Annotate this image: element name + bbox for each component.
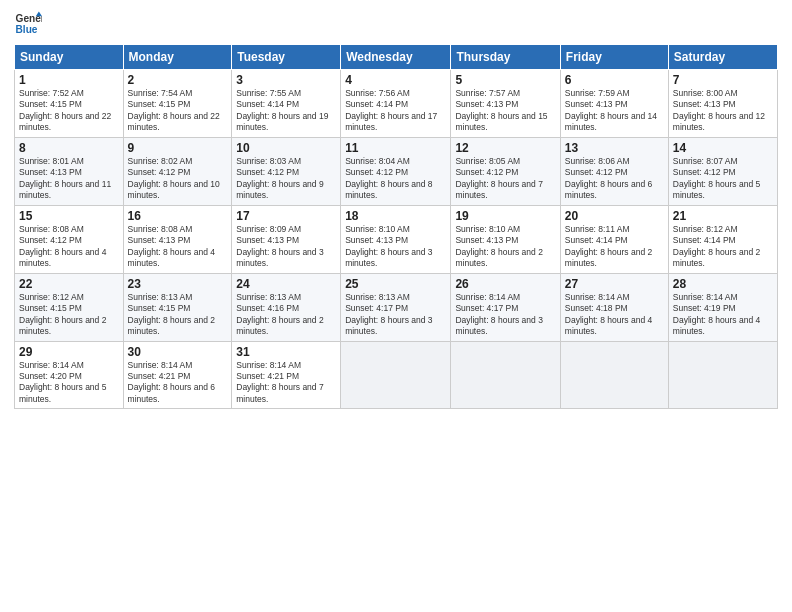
table-row (560, 341, 668, 409)
logo-icon: General Blue (14, 10, 42, 38)
day-number: 5 (455, 73, 555, 87)
calendar-table: Sunday Monday Tuesday Wednesday Thursday… (14, 44, 778, 409)
table-row: 15 Sunrise: 8:08 AM Sunset: 4:12 PM Dayl… (15, 205, 124, 273)
cell-info: Sunrise: 7:56 AM Sunset: 4:14 PM Dayligh… (345, 88, 446, 134)
day-number: 10 (236, 141, 336, 155)
cell-info: Sunrise: 8:08 AM Sunset: 4:12 PM Dayligh… (19, 224, 119, 270)
table-row: 2 Sunrise: 7:54 AM Sunset: 4:15 PM Dayli… (123, 70, 232, 138)
table-row: 12 Sunrise: 8:05 AM Sunset: 4:12 PM Dayl… (451, 137, 560, 205)
day-number: 12 (455, 141, 555, 155)
day-number: 14 (673, 141, 773, 155)
cell-info: Sunrise: 8:09 AM Sunset: 4:13 PM Dayligh… (236, 224, 336, 270)
table-row: 10 Sunrise: 8:03 AM Sunset: 4:12 PM Dayl… (232, 137, 341, 205)
svg-text:Blue: Blue (16, 24, 38, 35)
table-row: 23 Sunrise: 8:13 AM Sunset: 4:15 PM Dayl… (123, 273, 232, 341)
table-row: 16 Sunrise: 8:08 AM Sunset: 4:13 PM Dayl… (123, 205, 232, 273)
table-row (341, 341, 451, 409)
table-row: 13 Sunrise: 8:06 AM Sunset: 4:12 PM Dayl… (560, 137, 668, 205)
day-number: 23 (128, 277, 228, 291)
table-row: 21 Sunrise: 8:12 AM Sunset: 4:14 PM Dayl… (668, 205, 777, 273)
cell-info: Sunrise: 8:02 AM Sunset: 4:12 PM Dayligh… (128, 156, 228, 202)
day-number: 25 (345, 277, 446, 291)
cell-info: Sunrise: 8:01 AM Sunset: 4:13 PM Dayligh… (19, 156, 119, 202)
table-row: 28 Sunrise: 8:14 AM Sunset: 4:19 PM Dayl… (668, 273, 777, 341)
day-number: 31 (236, 345, 336, 359)
table-row: 22 Sunrise: 8:12 AM Sunset: 4:15 PM Dayl… (15, 273, 124, 341)
header-saturday: Saturday (668, 45, 777, 70)
day-number: 3 (236, 73, 336, 87)
day-number: 24 (236, 277, 336, 291)
table-row: 17 Sunrise: 8:09 AM Sunset: 4:13 PM Dayl… (232, 205, 341, 273)
cell-info: Sunrise: 8:03 AM Sunset: 4:12 PM Dayligh… (236, 156, 336, 202)
table-row: 7 Sunrise: 8:00 AM Sunset: 4:13 PM Dayli… (668, 70, 777, 138)
day-number: 21 (673, 209, 773, 223)
table-row: 5 Sunrise: 7:57 AM Sunset: 4:13 PM Dayli… (451, 70, 560, 138)
table-row: 25 Sunrise: 8:13 AM Sunset: 4:17 PM Dayl… (341, 273, 451, 341)
day-number: 8 (19, 141, 119, 155)
cell-info: Sunrise: 8:12 AM Sunset: 4:15 PM Dayligh… (19, 292, 119, 338)
cell-info: Sunrise: 8:14 AM Sunset: 4:21 PM Dayligh… (128, 360, 228, 406)
header-tuesday: Tuesday (232, 45, 341, 70)
cell-info: Sunrise: 8:11 AM Sunset: 4:14 PM Dayligh… (565, 224, 664, 270)
day-number: 27 (565, 277, 664, 291)
cell-info: Sunrise: 8:14 AM Sunset: 4:18 PM Dayligh… (565, 292, 664, 338)
cell-info: Sunrise: 8:14 AM Sunset: 4:19 PM Dayligh… (673, 292, 773, 338)
day-number: 22 (19, 277, 119, 291)
header-sunday: Sunday (15, 45, 124, 70)
calendar-week-row: 8 Sunrise: 8:01 AM Sunset: 4:13 PM Dayli… (15, 137, 778, 205)
calendar-week-row: 1 Sunrise: 7:52 AM Sunset: 4:15 PM Dayli… (15, 70, 778, 138)
header-monday: Monday (123, 45, 232, 70)
header-friday: Friday (560, 45, 668, 70)
cell-info: Sunrise: 8:13 AM Sunset: 4:17 PM Dayligh… (345, 292, 446, 338)
header: General Blue (14, 10, 778, 38)
cell-info: Sunrise: 7:57 AM Sunset: 4:13 PM Dayligh… (455, 88, 555, 134)
cell-info: Sunrise: 7:52 AM Sunset: 4:15 PM Dayligh… (19, 88, 119, 134)
cell-info: Sunrise: 8:10 AM Sunset: 4:13 PM Dayligh… (455, 224, 555, 270)
table-row: 8 Sunrise: 8:01 AM Sunset: 4:13 PM Dayli… (15, 137, 124, 205)
day-number: 11 (345, 141, 446, 155)
table-row: 9 Sunrise: 8:02 AM Sunset: 4:12 PM Dayli… (123, 137, 232, 205)
table-row: 3 Sunrise: 7:55 AM Sunset: 4:14 PM Dayli… (232, 70, 341, 138)
cell-info: Sunrise: 8:07 AM Sunset: 4:12 PM Dayligh… (673, 156, 773, 202)
weekday-header-row: Sunday Monday Tuesday Wednesday Thursday… (15, 45, 778, 70)
day-number: 18 (345, 209, 446, 223)
cell-info: Sunrise: 8:08 AM Sunset: 4:13 PM Dayligh… (128, 224, 228, 270)
page: General Blue Sunday Monday Tuesday Wedne… (0, 0, 792, 612)
day-number: 15 (19, 209, 119, 223)
cell-info: Sunrise: 8:10 AM Sunset: 4:13 PM Dayligh… (345, 224, 446, 270)
cell-info: Sunrise: 8:04 AM Sunset: 4:12 PM Dayligh… (345, 156, 446, 202)
header-wednesday: Wednesday (341, 45, 451, 70)
day-number: 28 (673, 277, 773, 291)
table-row: 6 Sunrise: 7:59 AM Sunset: 4:13 PM Dayli… (560, 70, 668, 138)
calendar-week-row: 15 Sunrise: 8:08 AM Sunset: 4:12 PM Dayl… (15, 205, 778, 273)
table-row (668, 341, 777, 409)
table-row: 11 Sunrise: 8:04 AM Sunset: 4:12 PM Dayl… (341, 137, 451, 205)
table-row: 1 Sunrise: 7:52 AM Sunset: 4:15 PM Dayli… (15, 70, 124, 138)
day-number: 16 (128, 209, 228, 223)
day-number: 6 (565, 73, 664, 87)
cell-info: Sunrise: 7:55 AM Sunset: 4:14 PM Dayligh… (236, 88, 336, 134)
cell-info: Sunrise: 8:13 AM Sunset: 4:15 PM Dayligh… (128, 292, 228, 338)
cell-info: Sunrise: 7:54 AM Sunset: 4:15 PM Dayligh… (128, 88, 228, 134)
table-row: 14 Sunrise: 8:07 AM Sunset: 4:12 PM Dayl… (668, 137, 777, 205)
cell-info: Sunrise: 8:14 AM Sunset: 4:17 PM Dayligh… (455, 292, 555, 338)
logo: General Blue (14, 10, 42, 38)
day-number: 20 (565, 209, 664, 223)
day-number: 13 (565, 141, 664, 155)
table-row: 31 Sunrise: 8:14 AM Sunset: 4:21 PM Dayl… (232, 341, 341, 409)
table-row: 19 Sunrise: 8:10 AM Sunset: 4:13 PM Dayl… (451, 205, 560, 273)
cell-info: Sunrise: 8:14 AM Sunset: 4:20 PM Dayligh… (19, 360, 119, 406)
table-row: 20 Sunrise: 8:11 AM Sunset: 4:14 PM Dayl… (560, 205, 668, 273)
table-row: 24 Sunrise: 8:13 AM Sunset: 4:16 PM Dayl… (232, 273, 341, 341)
cell-info: Sunrise: 8:12 AM Sunset: 4:14 PM Dayligh… (673, 224, 773, 270)
cell-info: Sunrise: 8:14 AM Sunset: 4:21 PM Dayligh… (236, 360, 336, 406)
cell-info: Sunrise: 8:05 AM Sunset: 4:12 PM Dayligh… (455, 156, 555, 202)
table-row: 26 Sunrise: 8:14 AM Sunset: 4:17 PM Dayl… (451, 273, 560, 341)
table-row: 27 Sunrise: 8:14 AM Sunset: 4:18 PM Dayl… (560, 273, 668, 341)
table-row (451, 341, 560, 409)
cell-info: Sunrise: 8:00 AM Sunset: 4:13 PM Dayligh… (673, 88, 773, 134)
day-number: 17 (236, 209, 336, 223)
table-row: 18 Sunrise: 8:10 AM Sunset: 4:13 PM Dayl… (341, 205, 451, 273)
cell-info: Sunrise: 8:06 AM Sunset: 4:12 PM Dayligh… (565, 156, 664, 202)
cell-info: Sunrise: 8:13 AM Sunset: 4:16 PM Dayligh… (236, 292, 336, 338)
